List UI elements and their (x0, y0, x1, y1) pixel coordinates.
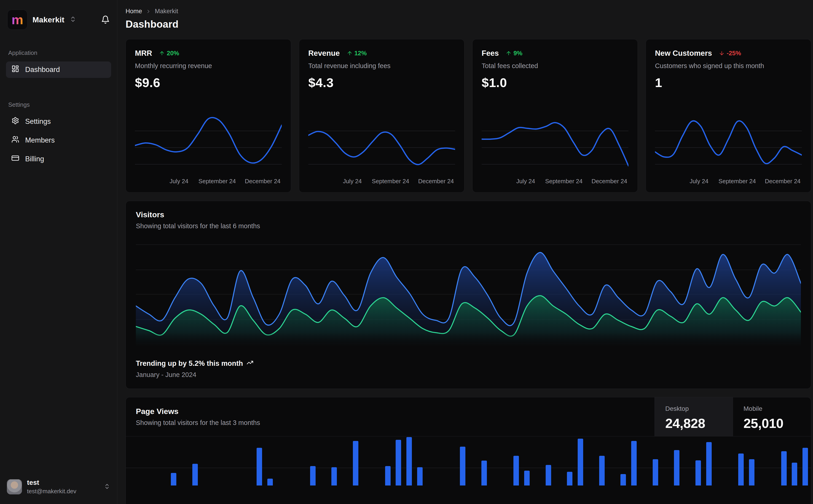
breadcrumb-current: Makerkit (155, 8, 178, 15)
stat-sparkline-chart: July 24September 24December 24 (482, 104, 629, 186)
bar (385, 466, 391, 485)
arrow-up-icon (159, 50, 165, 56)
page-views-card: Page Views Showing total visitors for th… (125, 397, 811, 504)
stat-title: Revenue (308, 49, 340, 58)
sparkline-x-axis: July 24September 24December 24 (135, 176, 282, 186)
sidebar: m Makerkit Application Dashboard Setting… (0, 0, 117, 504)
bar (567, 472, 572, 485)
bell-icon[interactable] (101, 15, 110, 24)
chevron-right-icon (146, 9, 151, 14)
stat-value: 1 (655, 75, 802, 90)
sparkline-x-axis: July 24September 24December 24 (655, 176, 802, 186)
user-email: test@makerkit.dev (27, 488, 76, 495)
sparkline-x-axis: July 24September 24December 24 (308, 176, 455, 186)
trend-badge: 12% (347, 50, 367, 57)
tab-mobile-label: Mobile (744, 405, 811, 412)
stat-subtitle: Total revenue including fees (308, 62, 455, 70)
main-content: Home Makerkit Dashboard MRR20%Monthly re… (117, 0, 813, 504)
page-views-title: Page Views (136, 407, 645, 416)
bar (653, 459, 658, 485)
bar (631, 441, 637, 485)
bar (578, 439, 583, 485)
sidebar-header: m Makerkit (6, 10, 111, 30)
stat-sparkline-chart: July 24September 24December 24 (655, 104, 802, 186)
sidebar-item-dashboard[interactable]: Dashboard (6, 61, 111, 78)
bar (674, 450, 680, 485)
sidebar-item-billing[interactable]: Billing (6, 151, 111, 167)
nav-section-application: Application (8, 49, 109, 56)
sparkline-x-axis: July 24September 24December 24 (482, 176, 629, 186)
visitors-subtitle: Showing total visitors for the last 6 mo… (136, 222, 801, 230)
chevrons-up-down-icon[interactable] (69, 16, 76, 24)
user-meta: test test@makerkit.dev (27, 479, 76, 495)
stat-card-new-customers: New Customers-25%Customers who signed up… (646, 39, 811, 193)
stat-subtitle: Customers who signed up this month (655, 62, 802, 70)
stat-title: Fees (482, 49, 499, 58)
stat-title: New Customers (655, 49, 712, 58)
bar (460, 447, 465, 485)
arrow-down-icon (719, 50, 725, 56)
bar (406, 437, 412, 485)
sidebar-item-members[interactable]: Members (6, 132, 111, 149)
sidebar-item-label: Dashboard (25, 66, 60, 74)
bar (546, 465, 551, 485)
trend-badge: 9% (506, 50, 522, 57)
nav-section-settings: Settings (8, 101, 109, 108)
brand-logo-letter: m (11, 13, 23, 26)
stat-card-mrr: MRR20%Monthly recurring revenue$9.6July … (125, 39, 291, 193)
brand-logo[interactable]: m (7, 10, 27, 30)
visitors-period: January - June 2024 (136, 371, 801, 379)
members-icon (11, 135, 19, 145)
sidebar-item-label: Settings (25, 117, 51, 126)
visitors-card: Visitors Showing total visitors for the … (125, 201, 811, 389)
sidebar-item-label: Billing (25, 155, 44, 163)
stat-value: $4.3 (308, 75, 455, 90)
stat-subtitle: Monthly recurring revenue (135, 62, 282, 70)
bar (481, 461, 487, 485)
visitors-footer: Trending up by 5.2% this month January -… (136, 359, 801, 379)
bar (738, 454, 744, 485)
trend-badge: -25% (719, 50, 741, 57)
page-title: Dashboard (125, 19, 811, 30)
breadcrumb: Home Makerkit (125, 8, 811, 15)
bar (171, 473, 176, 485)
bar (310, 466, 316, 485)
arrow-up-icon (347, 50, 353, 56)
user-name: test (27, 479, 76, 486)
page-views-subtitle: Showing total visitors for the last 3 mo… (136, 419, 645, 427)
bar (417, 467, 423, 485)
bar (353, 441, 358, 485)
visitors-title: Visitors (136, 210, 801, 219)
bar (524, 471, 530, 485)
bar (396, 440, 401, 485)
bar (267, 479, 273, 485)
visitors-trend-text: Trending up by 5.2% this month (136, 359, 243, 368)
stat-title: MRR (135, 49, 152, 58)
stat-sparkline-chart: July 24September 24December 24 (308, 104, 455, 186)
bar (706, 442, 712, 485)
bar (696, 460, 701, 485)
user-menu[interactable]: test test@makerkit.dev (6, 479, 111, 495)
arrow-up-icon (506, 50, 511, 56)
bar (192, 464, 198, 485)
chevrons-up-down-icon[interactable] (104, 483, 110, 491)
page-views-bar-chart (126, 436, 811, 485)
stat-card-fees: Fees9%Total fees collected$1.0July 24Sep… (472, 39, 638, 193)
bar (792, 463, 797, 485)
sidebar-nav: Application Dashboard Settings Settings … (6, 49, 111, 170)
page-views-header: Page Views Showing total visitors for th… (126, 397, 811, 436)
stats-row: MRR20%Monthly recurring revenue$9.6July … (125, 39, 811, 193)
stat-card-revenue: Revenue12%Total revenue including fees$4… (299, 39, 464, 193)
sidebar-item-settings[interactable]: Settings (6, 113, 111, 130)
tab-desktop-label: Desktop (665, 405, 733, 412)
brand-name: Makerkit (32, 15, 64, 24)
bar (331, 467, 337, 485)
bar (749, 459, 755, 485)
breadcrumb-home[interactable]: Home (125, 8, 142, 15)
tab-mobile[interactable]: Mobile 25,010 (733, 397, 811, 436)
bar (599, 456, 604, 485)
sidebar-item-label: Members (25, 136, 55, 144)
stat-sparkline-chart: July 24September 24December 24 (135, 104, 282, 186)
tab-desktop[interactable]: Desktop 24,828 (655, 397, 733, 436)
trending-up-icon (247, 359, 254, 368)
